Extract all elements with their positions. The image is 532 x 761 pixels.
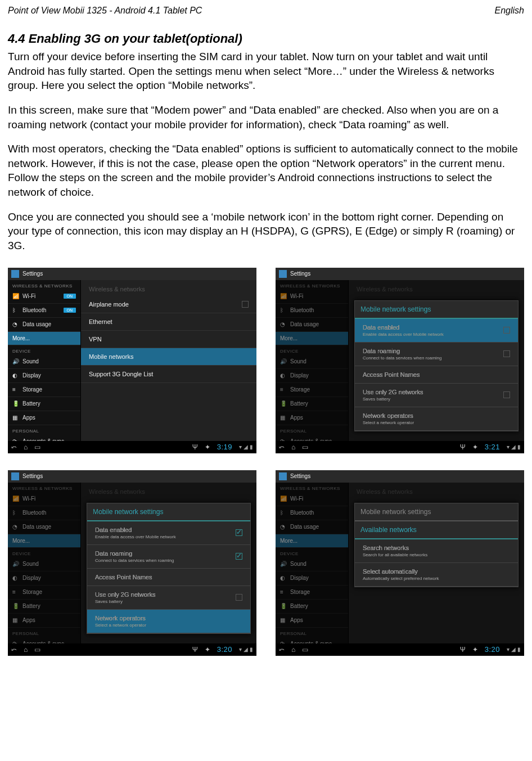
menu-dongle-list[interactable]: Support 3G Dongle List (81, 366, 256, 383)
sidebar-item-display[interactable]: ◐Display (276, 369, 348, 383)
dialog-data-enabled[interactable]: Data enabledEnable data access over Mobi… (87, 521, 250, 545)
dialog-2g[interactable]: Use only 2G networksSaves battery (87, 586, 250, 610)
back-icon[interactable]: ⤺ (11, 443, 17, 451)
sidebar-cat-wireless: WIRELESS & NETWORKS (8, 280, 80, 290)
sidebar-item-display[interactable]: ◐Display (8, 571, 80, 586)
airplane-checkbox[interactable] (242, 301, 249, 308)
home-icon[interactable]: ⌂ (24, 646, 28, 654)
dialog-data-roaming[interactable]: Data roamingConnect to data services whe… (87, 545, 250, 569)
storage-icon: ≡ (280, 386, 287, 393)
use2g-checkbox[interactable] (503, 391, 510, 398)
sidebar-item-storage[interactable]: ≡Storage (276, 383, 348, 397)
display-icon: ◐ (280, 575, 287, 582)
sidebar-item-sound[interactable]: 🔊Sound (8, 355, 80, 369)
sidebar-item-apps[interactable]: ▦Apps (276, 614, 348, 628)
sidebar-item-accounts[interactable]: ⟳Accounts & sync (276, 435, 348, 441)
sidebar-item-more[interactable]: More... (8, 332, 80, 345)
sidebar-item-wifi[interactable]: 📶Wi-Fi (276, 290, 348, 304)
system-navbar: ⤺⌂▭ Ψ✦3:20▾◢▮ (8, 643, 256, 656)
home-icon[interactable]: ⌂ (291, 443, 295, 451)
sidebar-item-wifi[interactable]: 📶Wi-Fi (276, 492, 348, 506)
sidebar-item-data-usage[interactable]: ◔Data usage (8, 520, 80, 534)
sidebar-item-battery[interactable]: 🔋Battery (276, 397, 348, 411)
home-icon[interactable]: ⌂ (24, 443, 28, 451)
dialog-2g[interactable]: Use only 2G networksSaves battery (355, 384, 518, 407)
sidebar-item-data-usage[interactable]: ◔Data usage (276, 520, 348, 534)
sidebar-item-battery[interactable]: 🔋Battery (8, 600, 80, 614)
data-roaming-checkbox[interactable] (503, 350, 510, 357)
sync-icon: ⟳ (12, 641, 19, 643)
settings-sidebar: WIRELESS & NETWORKS 📶Wi-FiON ᛒBluetoothO… (8, 280, 81, 441)
sidebar-item-sound[interactable]: 🔊Sound (276, 557, 348, 571)
dialog-operators[interactable]: Network operatorsSelect a network operat… (87, 610, 250, 633)
sidebar-item-wifi[interactable]: 📶Wi-FiON (8, 290, 80, 304)
dialog-apn[interactable]: Access Point Names (355, 366, 518, 384)
wifi-icon: 📶 (12, 496, 19, 502)
sidebar-item-accounts[interactable]: ⟳Accounts & sync (8, 637, 80, 643)
menu-ethernet[interactable]: Ethernet (81, 313, 256, 331)
sidebar-item-battery[interactable]: 🔋Battery (276, 600, 348, 614)
sidebar-item-sound[interactable]: 🔊Sound (8, 557, 80, 571)
recents-icon[interactable]: ▭ (34, 443, 40, 451)
menu-airplane[interactable]: Airplane mode (81, 296, 256, 313)
sidebar-item-display[interactable]: ◐Display (276, 571, 348, 586)
sidebar-item-apps[interactable]: ▦Apps (8, 411, 80, 425)
sidebar-item-accounts[interactable]: ⟳Accounts & sync (276, 637, 348, 643)
battery-icon: 🔋 (280, 603, 287, 610)
sidebar-item-battery[interactable]: 🔋Battery (8, 397, 80, 411)
wifi-icon: 📶 (280, 496, 287, 502)
recents-icon[interactable]: ▭ (302, 646, 308, 654)
para-4: Once you are connected you should see a … (8, 210, 524, 253)
dialog-apn[interactable]: Access Point Names (87, 569, 250, 586)
back-icon[interactable]: ⤺ (11, 646, 17, 654)
menu-vpn[interactable]: VPN (81, 331, 256, 348)
sidebar-item-bluetooth[interactable]: ᛒBluetooth (276, 304, 348, 318)
dialog-select-automatically[interactable]: Select automaticallyAutomatically select… (355, 563, 518, 587)
settings-content: Wireless & networks Mobile network setti… (81, 483, 256, 643)
sidebar-item-sound[interactable]: 🔊Sound (276, 355, 348, 369)
sidebar-item-accounts[interactable]: ⟳Accounts & sync (8, 435, 80, 441)
sidebar-item-more[interactable]: More... (276, 332, 348, 345)
sidebar-item-data-usage[interactable]: ◔Data usage (8, 318, 80, 332)
sidebar-item-apps[interactable]: ▦Apps (276, 411, 348, 425)
settings-content: Wireless & networks Mobile network setti… (349, 280, 524, 441)
sidebar-item-display[interactable]: ◐Display (8, 369, 80, 383)
dialog-search-networks[interactable]: Search networksSearch for all available … (355, 539, 518, 563)
wifi-toggle[interactable]: ON (64, 294, 76, 299)
debug-icon: ✦ (472, 443, 478, 451)
recents-icon[interactable]: ▭ (302, 443, 308, 451)
settings-icon (11, 472, 19, 480)
back-icon[interactable]: ⤺ (279, 646, 285, 654)
home-icon[interactable]: ⌂ (291, 646, 295, 654)
sidebar-item-more[interactable]: More... (276, 534, 348, 548)
menu-mobile-networks[interactable]: Mobile networks (81, 348, 256, 366)
content-title: Wireless & networks (81, 280, 256, 296)
dialog-title: Available networks (355, 521, 518, 539)
data-enabled-checkbox[interactable] (503, 327, 510, 334)
screenshot-1: Settings WIRELESS & NETWORKS 📶Wi-FiON ᛒB… (8, 268, 256, 453)
dialog-data-roaming[interactable]: Data roamingConnect to data services whe… (355, 343, 518, 366)
screenshot-3: Settings WIRELESS & NETWORKS 📶Wi-Fi ᛒBlu… (8, 470, 256, 656)
bt-toggle[interactable]: ON (64, 308, 76, 313)
sidebar-item-storage[interactable]: ≡Storage (276, 586, 348, 600)
prev-dialog-title: Mobile network settings (355, 503, 518, 521)
sidebar-item-data-usage[interactable]: ◔Data usage (276, 318, 348, 332)
sidebar-item-apps[interactable]: ▦Apps (8, 614, 80, 628)
sidebar-item-bluetooth[interactable]: ᛒBluetooth (276, 506, 348, 520)
data-enabled-checkbox[interactable] (236, 529, 242, 536)
dialog-title: Mobile network settings (87, 503, 250, 521)
recents-icon[interactable]: ▭ (34, 646, 40, 654)
clock: 3:21 (485, 443, 500, 451)
data-roaming-checkbox[interactable] (236, 553, 242, 560)
sidebar-item-storage[interactable]: ≡Storage (8, 586, 80, 600)
back-icon[interactable]: ⤺ (279, 443, 285, 451)
dialog-data-enabled[interactable]: Data enabledEnable data access over Mobi… (355, 319, 518, 343)
sidebar-item-bluetooth[interactable]: ᛒBluetooth (8, 506, 80, 520)
sidebar-item-wifi[interactable]: 📶Wi-Fi (8, 492, 80, 506)
sidebar-item-storage[interactable]: ≡Storage (8, 383, 80, 397)
dialog-operators[interactable]: Network operatorsSelect a network operat… (355, 407, 518, 431)
sidebar-item-more[interactable]: More... (8, 534, 80, 548)
use2g-checkbox[interactable] (236, 594, 242, 601)
settings-icon (279, 270, 287, 278)
sidebar-item-bluetooth[interactable]: ᛒBluetoothON (8, 304, 80, 318)
